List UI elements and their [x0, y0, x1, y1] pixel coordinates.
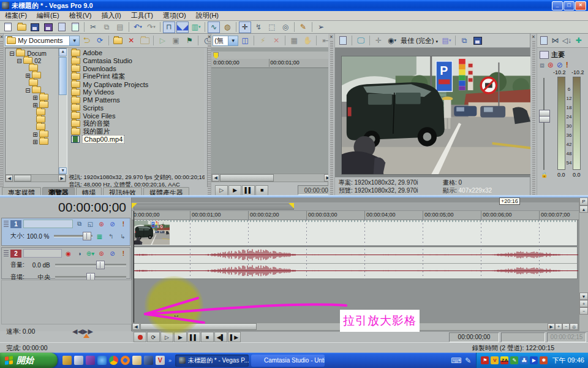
- stop-button[interactable]: ■: [201, 332, 214, 342]
- overlay-grid-icon[interactable]: ✛: [372, 35, 385, 47]
- pin-button[interactable]: P: [579, 197, 588, 205]
- redo-icon[interactable]: ↷▾: [145, 21, 157, 33]
- camtasia-icon[interactable]: [144, 356, 153, 365]
- file-item[interactable]: 我的圖片: [71, 128, 204, 136]
- start-preview-icon[interactable]: ▷: [156, 35, 168, 47]
- file-item[interactable]: Camtasia Studio: [71, 57, 204, 65]
- menu-tools[interactable]: 工具(T): [126, 10, 158, 21]
- empty-track-area[interactable]: [1, 280, 132, 324]
- tray-clock[interactable]: 下午 09:46: [552, 356, 584, 365]
- preview-quality-dropdown[interactable]: 最佳 (完全) ▾: [401, 36, 438, 45]
- auto-crossfade-icon[interactable]: ◣◢: [176, 21, 189, 33]
- track-drag-handle[interactable]: [4, 221, 9, 228]
- selection-edit-tool-icon[interactable]: ⬚: [266, 21, 278, 33]
- copy-snapshot-icon[interactable]: ⧉: [458, 35, 470, 47]
- zoom-out-time-button[interactable]: −: [562, 323, 570, 330]
- file-item[interactable]: PM Patterns: [71, 96, 204, 104]
- auto-preview-icon[interactable]: ⚑: [183, 35, 195, 47]
- av-streams-icon[interactable]: ◫: [239, 35, 251, 47]
- envelope-edit-tool-icon[interactable]: ↯: [252, 21, 265, 33]
- shuttle-control[interactable]: ◀◀▶▶: [72, 328, 93, 335]
- make-child-icon[interactable]: ↳: [118, 232, 127, 240]
- pause-button[interactable]: ▌▌: [242, 185, 255, 196]
- zoom-tool-icon[interactable]: ◎: [570, 323, 578, 330]
- normal-edit-tool-icon[interactable]: ✛: [239, 21, 251, 33]
- edit-cursor[interactable]: [134, 211, 134, 323]
- file-item[interactable]: FinePrint 檔案: [71, 72, 204, 80]
- track-drag-handle[interactable]: [4, 250, 9, 257]
- preview-overlay-icon[interactable]: ◉▾: [386, 35, 398, 47]
- preview-video-frame[interactable]: [342, 56, 533, 174]
- make-parent-icon[interactable]: ↰: [107, 232, 116, 240]
- tray-media-player-icon[interactable]: ▶: [530, 356, 538, 364]
- views-icon[interactable]: [138, 35, 151, 47]
- video-track-header[interactable]: 1 ⧉ ◱ ⊛ ⊘ ! 大小: 100.0 % ▦ ↰ ↳: [1, 218, 130, 246]
- play-from-start-button[interactable]: ▷: [215, 185, 228, 196]
- cut-icon[interactable]: ✂: [87, 21, 99, 33]
- fx-gear-icon[interactable]: ⊛: [548, 61, 554, 69]
- solo-icon[interactable]: !: [566, 61, 568, 69]
- auto-ripple-icon[interactable]: ▥▾: [190, 21, 202, 33]
- hand-tool-icon[interactable]: ✋: [301, 35, 314, 47]
- video-event[interactable]: [133, 220, 578, 246]
- ie-icon[interactable]: [97, 356, 107, 365]
- trimmer-marker-icon[interactable]: [213, 52, 219, 59]
- trimmer-media-combo[interactable]: (無 ▼: [213, 36, 238, 46]
- play-button[interactable]: ▶: [228, 185, 241, 196]
- show-desktop-icon[interactable]: [62, 356, 72, 365]
- track-name-field[interactable]: [23, 249, 62, 258]
- remove-icon[interactable]: ✕: [270, 35, 282, 47]
- chevron-down-icon[interactable]: ▼: [69, 36, 79, 45]
- file-item-selected[interactable]: Chap00.mp4: [71, 136, 204, 144]
- new-project-icon[interactable]: [2, 21, 14, 33]
- audio-track-header[interactable]: 2 ◉ ◑ ⊕▾ ⊛ ⊘ ! 音量: 0.0 dB 音場: 中央: [1, 247, 130, 279]
- invert-phase-icon[interactable]: ◑: [75, 250, 84, 258]
- volume-value[interactable]: 0.0 dB: [27, 262, 50, 269]
- pause-button[interactable]: ▌▌: [187, 332, 200, 342]
- taskbar-task-vegas[interactable]: 未標題的 * - Vegas P...: [175, 355, 249, 367]
- go-to-start-button[interactable]: ◀▌: [214, 332, 227, 342]
- shuttle-marker-icon[interactable]: [83, 334, 89, 338]
- zoom-edit-tool-icon[interactable]: ◎: [279, 21, 292, 33]
- menu-help[interactable]: 說明(H): [191, 10, 224, 21]
- new-folder-icon[interactable]: [111, 35, 124, 47]
- mute-icon[interactable]: ⊘: [557, 61, 563, 69]
- paste-icon[interactable]: ▤: [114, 21, 126, 33]
- firefox-icon[interactable]: [121, 356, 130, 365]
- tray-antivirus-icon[interactable]: V: [491, 356, 499, 364]
- vegas-icon[interactable]: V: [156, 356, 165, 365]
- go-to-end-button[interactable]: ▌▶: [228, 332, 241, 342]
- lock-fader-icon[interactable]: 🔒: [541, 171, 548, 178]
- create-subclip-icon[interactable]: ⚡: [257, 35, 269, 47]
- media-app-icon[interactable]: [86, 356, 95, 365]
- level-value[interactable]: 100.0 %: [27, 233, 50, 240]
- chrome-icon[interactable]: [109, 356, 118, 365]
- tree-vertical-scrollbar[interactable]: ▲ ▼: [58, 48, 67, 174]
- trimmer-scrollbar[interactable]: ◀▶+−: [211, 174, 347, 182]
- preview-grip[interactable]: ×: [328, 34, 335, 197]
- minimize-button[interactable]: _: [552, 1, 563, 10]
- keyboard-layout-icon[interactable]: ⌨: [451, 357, 461, 364]
- copy-icon[interactable]: ⧉: [100, 21, 113, 33]
- timeline-time-display[interactable]: 00:00:00;00: [58, 200, 126, 215]
- solo-icon[interactable]: !: [119, 220, 128, 228]
- lock-envelopes-icon[interactable]: ∿: [208, 21, 220, 33]
- properties-icon[interactable]: [56, 21, 68, 33]
- project-properties-icon[interactable]: [337, 35, 349, 47]
- bypass-motion-blur-icon[interactable]: ⧉: [75, 220, 84, 228]
- loop-end-marker-icon[interactable]: [288, 203, 294, 209]
- mute-icon[interactable]: ⊘: [108, 250, 117, 258]
- address-combo[interactable]: My Documents ▼: [5, 36, 80, 46]
- insert-fx-icon[interactable]: ⧈: [540, 61, 545, 69]
- close-button[interactable]: ×: [575, 1, 586, 10]
- timeline-ruler[interactable]: 0:00:00;00 00:00:01;00 00:00:02;00 00:00…: [132, 211, 579, 220]
- trimmer-ruler[interactable]: 0:00:00;00 00:00:01;00: [211, 59, 347, 68]
- cursor-position-box[interactable]: 00:00:00;00: [449, 332, 499, 342]
- render-as-icon[interactable]: [42, 21, 55, 33]
- volume-slider[interactable]: [55, 264, 126, 266]
- solo-icon[interactable]: !: [119, 250, 128, 258]
- file-item[interactable]: Adobe: [71, 49, 204, 57]
- track-name-field[interactable]: [23, 220, 73, 228]
- tray-network-icon[interactable]: 🖧: [520, 356, 528, 364]
- save-snapshot-icon[interactable]: [472, 35, 484, 47]
